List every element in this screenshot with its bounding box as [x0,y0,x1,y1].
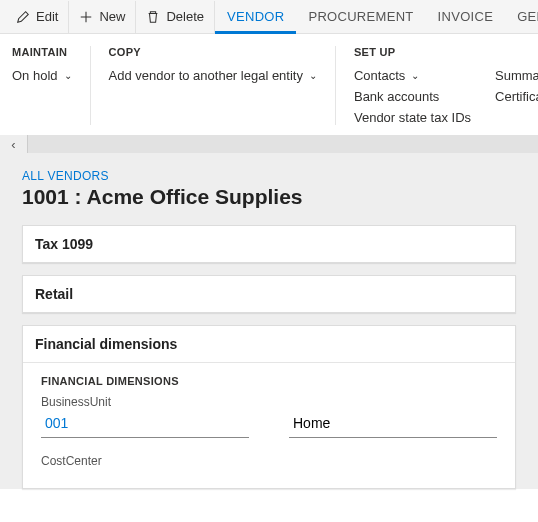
edit-label: Edit [36,9,58,24]
contacts-label: Contacts [354,68,405,83]
section-retail[interactable]: Retail [22,275,516,313]
new-button[interactable]: New [69,1,136,33]
record-title: 1001 : Acme Office Supplies [22,185,516,209]
business-unit-desc-input[interactable] [289,411,497,438]
pencil-icon [16,10,30,24]
chevron-down-icon: ⌄ [309,70,317,81]
bank-accounts-link[interactable]: Bank accounts [354,89,471,104]
group-setup: SET UP Contacts ⌄ Bank accounts Vendor s… [354,46,538,125]
action-toolbar: Edit New Delete VENDOR PROCUREMENT INVOI… [0,0,538,34]
summary-update-link[interactable]: Summary upd [495,68,538,83]
on-hold-label: On hold [12,68,58,83]
chevron-left-icon: ‹ [11,137,15,152]
delete-label: Delete [166,9,204,24]
add-vendor-entity-dropdown[interactable]: Add vendor to another legal entity ⌄ [109,68,317,83]
fin-dim-subhead: FINANCIAL DIMENSIONS [41,375,497,387]
sections-container: Tax 1099 Retail Financial dimensions FIN… [0,225,538,489]
section-financial-dimensions-body: FINANCIAL DIMENSIONS BusinessUnit CostCe… [23,363,515,488]
group-maintain-title: MAINTAIN [12,46,72,58]
group-maintain: MAINTAIN On hold ⌄ [12,46,91,125]
vendor-ribbon: MAINTAIN On hold ⌄ COPY Add vendor to an… [0,34,538,135]
section-financial-dimensions-header[interactable]: Financial dimensions [23,326,515,363]
tab-procurement[interactable]: PROCUREMENT [296,0,425,34]
contacts-dropdown[interactable]: Contacts ⌄ [354,68,471,83]
plus-icon [79,10,93,24]
delete-button[interactable]: Delete [136,1,215,33]
tab-vendor[interactable]: VENDOR [215,0,296,34]
trash-icon [146,10,160,24]
section-tax-1099[interactable]: Tax 1099 [22,225,516,263]
add-vendor-entity-label: Add vendor to another legal entity [109,68,303,83]
group-copy-title: COPY [109,46,317,58]
group-copy: COPY Add vendor to another legal entity … [109,46,336,125]
on-hold-dropdown[interactable]: On hold ⌄ [12,68,72,83]
vendor-tax-ids-link[interactable]: Vendor state tax IDs [354,110,471,125]
nav-strip: ‹ [0,135,538,153]
cost-center-label: CostCenter [41,454,497,468]
section-financial-dimensions: Financial dimensions FINANCIAL DIMENSION… [22,325,516,489]
chevron-down-icon: ⌄ [411,70,419,81]
chevron-down-icon: ⌄ [64,70,72,81]
record-header: ALL VENDORS 1001 : Acme Office Supplies [0,153,538,225]
back-button[interactable]: ‹ [0,135,28,153]
business-unit-label: BusinessUnit [41,395,497,409]
certifications-link[interactable]: Certifications [495,89,538,104]
business-unit-input[interactable] [41,411,249,438]
tab-general[interactable]: GENER [505,0,538,34]
new-label: New [99,9,125,24]
tab-invoice[interactable]: INVOICE [426,0,506,34]
breadcrumb-all-vendors[interactable]: ALL VENDORS [22,169,516,183]
edit-button[interactable]: Edit [6,1,69,33]
group-setup-title: SET UP [354,46,538,58]
